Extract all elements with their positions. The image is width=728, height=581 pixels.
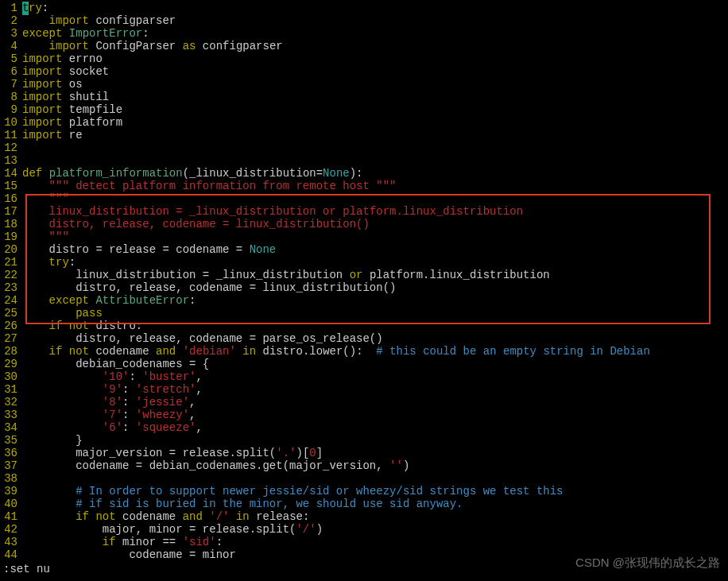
code-content[interactable] <box>22 141 728 154</box>
code-content[interactable]: import shutil <box>22 91 728 103</box>
code-content[interactable]: import socket <box>22 65 728 78</box>
code-line[interactable]: 26 if not distro: <box>0 320 728 332</box>
code-content[interactable]: distro = release = codename = None <box>22 243 728 256</box>
code-line[interactable]: 3except ImportError: <box>0 27 728 40</box>
code-line[interactable]: 27 distro, release, codename = parse_os_… <box>0 332 728 345</box>
code-line[interactable]: 9import tempfile <box>0 103 728 116</box>
code-content[interactable]: if not distro: <box>22 320 728 332</box>
code-line[interactable]: 32 '8': 'jessie', <box>0 396 728 409</box>
code-line[interactable]: 21 try: <box>0 256 728 269</box>
code-line[interactable]: 28 if not codename and 'debian' in distr… <box>0 345 728 358</box>
code-line[interactable]: 34 '6': 'squeeze', <box>0 421 728 434</box>
code-line[interactable]: 20 distro = release = codename = None <box>0 243 728 256</box>
code-content[interactable]: import os <box>22 78 728 91</box>
code-line[interactable]: 31 '9': 'stretch', <box>0 383 728 396</box>
code-content[interactable]: '8': 'jessie', <box>22 396 728 409</box>
code-line[interactable]: 5import errno <box>0 52 728 65</box>
line-number: 16 <box>0 192 22 205</box>
code-content[interactable]: # if sid is buried in the minor, we shou… <box>22 498 728 510</box>
code-content[interactable]: linux_distribution = _linux_distribution… <box>22 205 728 218</box>
code-line[interactable]: 6import socket <box>0 65 728 78</box>
code-line[interactable]: 23 distro, release, codename = linux_dis… <box>0 281 728 294</box>
code-content[interactable]: '10': 'buster', <box>22 370 728 383</box>
code-content[interactable]: pass <box>22 307 728 320</box>
code-content[interactable]: except ImportError: <box>22 27 728 40</box>
line-number: 30 <box>0 370 22 383</box>
code-line[interactable]: 25 pass <box>0 307 728 320</box>
code-content[interactable] <box>22 154 728 167</box>
code-line[interactable]: 40 # if sid is buried in the minor, we s… <box>0 498 728 510</box>
code-content[interactable]: import errno <box>22 52 728 65</box>
line-number: 13 <box>0 154 22 167</box>
code-editor[interactable]: 1try:2 import configparser3except Import… <box>0 0 728 563</box>
code-content[interactable]: import re <box>22 129 728 141</box>
code-line[interactable]: 1try: <box>0 2 728 14</box>
code-line[interactable]: 12 <box>0 141 728 154</box>
code-content[interactable]: """ <box>22 230 728 243</box>
code-content[interactable]: debian_codenames = { <box>22 358 728 370</box>
cursor: t <box>22 2 29 15</box>
code-line[interactable]: 15 """ detect platform information from … <box>0 180 728 192</box>
code-content[interactable]: major, minor = release.split('/') <box>22 523 728 536</box>
code-line[interactable]: 13 <box>0 154 728 167</box>
code-content[interactable]: major_version = release.split('.')[0] <box>22 447 728 459</box>
code-line[interactable]: 36 major_version = release.split('.')[0] <box>0 447 728 459</box>
code-content[interactable]: if minor == 'sid': <box>22 536 728 548</box>
line-number: 10 <box>0 116 22 129</box>
code-line[interactable]: 43 if minor == 'sid': <box>0 536 728 548</box>
code-content[interactable]: import ConfigParser as configparser <box>22 40 728 52</box>
line-number: 27 <box>0 332 22 345</box>
code-line[interactable]: 2 import configparser <box>0 14 728 27</box>
code-content[interactable]: if not codename and '/' in release: <box>22 510 728 523</box>
code-content[interactable]: distro, release, codename = parse_os_rel… <box>22 332 728 345</box>
code-line[interactable]: 24 except AttributeError: <box>0 294 728 307</box>
line-number: 4 <box>0 40 22 52</box>
code-content[interactable]: linux_distribution = _linux_distribution… <box>22 269 728 281</box>
line-number: 26 <box>0 320 22 332</box>
code-content[interactable]: if not codename and 'debian' in distro.l… <box>22 345 728 358</box>
code-line[interactable]: 29 debian_codenames = { <box>0 358 728 370</box>
code-content[interactable]: '9': 'stretch', <box>22 383 728 396</box>
code-line[interactable]: 8import shutil <box>0 91 728 103</box>
code-content[interactable]: import platform <box>22 116 728 129</box>
code-content[interactable] <box>22 472 728 485</box>
code-line[interactable]: 10import platform <box>0 116 728 129</box>
code-line[interactable]: 38 <box>0 472 728 485</box>
code-content[interactable]: import configparser <box>22 14 728 27</box>
code-line[interactable]: 37 codename = debian_codenames.get(major… <box>0 459 728 472</box>
code-line[interactable]: 39 # In order to support newer jessie/si… <box>0 485 728 498</box>
code-content[interactable]: import tempfile <box>22 103 728 116</box>
code-line[interactable]: 35 } <box>0 434 728 447</box>
code-line[interactable]: 4 import ConfigParser as configparser <box>0 40 728 52</box>
line-number: 20 <box>0 243 22 256</box>
code-content[interactable]: """ detect platform information from rem… <box>22 180 728 192</box>
code-line[interactable]: 30 '10': 'buster', <box>0 370 728 383</box>
code-line[interactable]: 41 if not codename and '/' in release: <box>0 510 728 523</box>
code-content[interactable]: distro, release, codename = linux_distri… <box>22 281 728 294</box>
line-number: 9 <box>0 103 22 116</box>
code-content[interactable]: '6': 'squeeze', <box>22 421 728 434</box>
code-content[interactable]: } <box>22 434 728 447</box>
code-content[interactable]: except AttributeError: <box>22 294 728 307</box>
code-content[interactable]: '7': 'wheezy', <box>22 409 728 421</box>
code-line[interactable]: 22 linux_distribution = _linux_distribut… <box>0 269 728 281</box>
code-content[interactable]: # In order to support newer jessie/sid o… <box>22 485 728 498</box>
code-content[interactable]: """ <box>22 192 728 205</box>
code-line[interactable]: 16 """ <box>0 192 728 205</box>
code-line[interactable]: 14def platform_information(_linux_distri… <box>0 167 728 180</box>
code-line[interactable]: 18 distro, release, codename = linux_dis… <box>0 218 728 230</box>
code-line[interactable]: 42 major, minor = release.split('/') <box>0 523 728 536</box>
code-line[interactable]: 7import os <box>0 78 728 91</box>
code-content[interactable]: try: <box>22 256 728 269</box>
code-line[interactable]: 11import re <box>0 129 728 141</box>
code-content[interactable]: def platform_information(_linux_distribu… <box>22 167 728 180</box>
code-line[interactable]: 33 '7': 'wheezy', <box>0 409 728 421</box>
code-line[interactable]: 19 """ <box>0 230 728 243</box>
vim-status-line: :set nu <box>3 563 50 576</box>
code-line[interactable]: 17 linux_distribution = _linux_distribut… <box>0 205 728 218</box>
code-content[interactable]: distro, release, codename = linux_distri… <box>22 218 728 230</box>
code-content[interactable]: try: <box>22 2 728 14</box>
code-content[interactable]: codename = debian_codenames.get(major_ve… <box>22 459 728 472</box>
line-number: 7 <box>0 78 22 91</box>
line-number: 43 <box>0 536 22 548</box>
